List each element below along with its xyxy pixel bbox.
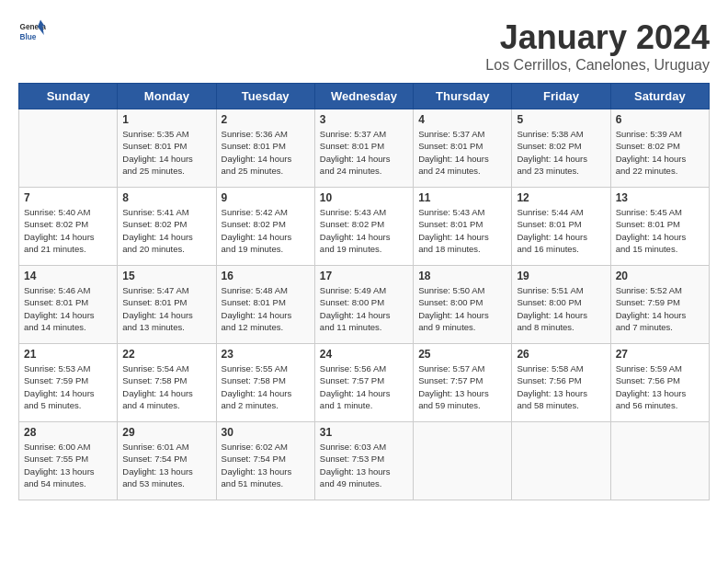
calendar-cell: [610, 422, 709, 500]
cell-content: Sunrise: 5:49 AM Sunset: 8:00 PM Dayligh…: [320, 284, 408, 333]
calendar-cell: 20Sunrise: 5:52 AM Sunset: 7:59 PM Dayli…: [610, 266, 709, 344]
day-number: 13: [616, 191, 704, 204]
title-area: January 2024 Los Cerrillos, Canelones, U…: [485, 18, 710, 74]
cell-content: Sunrise: 5:55 AM Sunset: 7:58 PM Dayligh…: [222, 362, 310, 411]
calendar-week-2: 7Sunrise: 5:40 AM Sunset: 8:02 PM Daylig…: [19, 188, 710, 266]
day-number: 2: [222, 113, 310, 126]
calendar-cell: 19Sunrise: 5:51 AM Sunset: 8:00 PM Dayli…: [512, 266, 610, 344]
svg-text:Blue: Blue: [20, 33, 37, 41]
calendar-cell: 18Sunrise: 5:50 AM Sunset: 8:00 PM Dayli…: [414, 266, 512, 344]
calendar-cell: 25Sunrise: 5:57 AM Sunset: 7:57 PM Dayli…: [414, 344, 512, 422]
calendar-cell: 16Sunrise: 5:48 AM Sunset: 8:01 PM Dayli…: [216, 266, 314, 344]
day-number: 31: [320, 426, 408, 439]
header-thursday: Thursday: [414, 84, 512, 109]
cell-content: Sunrise: 5:51 AM Sunset: 8:00 PM Dayligh…: [517, 284, 605, 333]
calendar-cell: 23Sunrise: 5:55 AM Sunset: 7:58 PM Dayli…: [216, 344, 314, 422]
cell-content: Sunrise: 5:44 AM Sunset: 8:01 PM Dayligh…: [517, 206, 605, 255]
day-number: 22: [122, 348, 210, 361]
calendar-cell: 15Sunrise: 5:47 AM Sunset: 8:01 PM Dayli…: [118, 266, 216, 344]
calendar-week-5: 28Sunrise: 6:00 AM Sunset: 7:55 PM Dayli…: [19, 422, 710, 500]
calendar-cell: [19, 109, 118, 188]
header-sunday: Sunday: [19, 84, 118, 109]
calendar-cell: 11Sunrise: 5:43 AM Sunset: 8:01 PM Dayli…: [414, 188, 512, 266]
header-wednesday: Wednesday: [314, 84, 413, 109]
calendar-cell: 27Sunrise: 5:59 AM Sunset: 7:56 PM Dayli…: [610, 344, 709, 422]
cell-content: Sunrise: 5:37 AM Sunset: 8:01 PM Dayligh…: [320, 128, 408, 177]
day-number: 30: [222, 426, 310, 439]
day-number: 10: [320, 191, 408, 204]
cell-content: Sunrise: 5:45 AM Sunset: 8:01 PM Dayligh…: [616, 206, 704, 255]
calendar-cell: 6Sunrise: 5:39 AM Sunset: 8:02 PM Daylig…: [610, 109, 709, 188]
calendar-cell: [414, 422, 512, 500]
calendar-cell: 26Sunrise: 5:58 AM Sunset: 7:56 PM Dayli…: [512, 344, 610, 422]
calendar-cell: [512, 422, 610, 500]
day-number: 6: [616, 113, 704, 126]
cell-content: Sunrise: 5:53 AM Sunset: 7:59 PM Dayligh…: [24, 362, 112, 411]
calendar-title: January 2024: [485, 18, 710, 57]
logo: GeneralBlue: [18, 18, 46, 46]
cell-content: Sunrise: 5:43 AM Sunset: 8:02 PM Dayligh…: [320, 206, 408, 255]
day-number: 26: [517, 348, 605, 361]
cell-content: Sunrise: 5:56 AM Sunset: 7:57 PM Dayligh…: [320, 362, 408, 411]
calendar-cell: 5Sunrise: 5:38 AM Sunset: 8:02 PM Daylig…: [512, 109, 610, 188]
day-number: 19: [517, 270, 605, 282]
calendar-cell: 7Sunrise: 5:40 AM Sunset: 8:02 PM Daylig…: [19, 188, 118, 266]
cell-content: Sunrise: 5:50 AM Sunset: 8:00 PM Dayligh…: [418, 284, 506, 333]
calendar-cell: 2Sunrise: 5:36 AM Sunset: 8:01 PM Daylig…: [216, 109, 314, 188]
cell-content: Sunrise: 6:01 AM Sunset: 7:54 PM Dayligh…: [122, 441, 210, 489]
cell-content: Sunrise: 5:47 AM Sunset: 8:01 PM Dayligh…: [122, 284, 210, 333]
cell-content: Sunrise: 5:38 AM Sunset: 8:02 PM Dayligh…: [517, 128, 605, 177]
day-number: 1: [122, 113, 210, 126]
calendar-cell: 21Sunrise: 5:53 AM Sunset: 7:59 PM Dayli…: [19, 344, 118, 422]
day-number: 9: [222, 191, 310, 204]
calendar-cell: 24Sunrise: 5:56 AM Sunset: 7:57 PM Dayli…: [314, 344, 413, 422]
cell-content: Sunrise: 6:03 AM Sunset: 7:53 PM Dayligh…: [320, 441, 408, 489]
calendar-cell: 14Sunrise: 5:46 AM Sunset: 8:01 PM Dayli…: [19, 266, 118, 344]
cell-content: Sunrise: 5:41 AM Sunset: 8:02 PM Dayligh…: [122, 206, 210, 255]
weekday-header-row: Sunday Monday Tuesday Wednesday Thursday…: [19, 84, 710, 109]
cell-content: Sunrise: 6:00 AM Sunset: 7:55 PM Dayligh…: [24, 441, 112, 489]
day-number: 12: [517, 191, 605, 204]
cell-content: Sunrise: 5:48 AM Sunset: 8:01 PM Dayligh…: [222, 284, 310, 333]
cell-content: Sunrise: 5:36 AM Sunset: 8:01 PM Dayligh…: [222, 128, 310, 177]
calendar-cell: 3Sunrise: 5:37 AM Sunset: 8:01 PM Daylig…: [314, 109, 413, 188]
day-number: 25: [418, 348, 506, 361]
cell-content: Sunrise: 5:39 AM Sunset: 8:02 PM Dayligh…: [616, 128, 704, 177]
day-number: 24: [320, 348, 408, 361]
day-number: 17: [320, 270, 408, 282]
calendar-week-1: 1Sunrise: 5:35 AM Sunset: 8:01 PM Daylig…: [19, 109, 710, 188]
calendar-subtitle: Los Cerrillos, Canelones, Uruguay: [485, 57, 710, 74]
calendar-table: Sunday Monday Tuesday Wednesday Thursday…: [18, 83, 710, 500]
day-number: 11: [418, 191, 506, 204]
calendar-cell: 4Sunrise: 5:37 AM Sunset: 8:01 PM Daylig…: [414, 109, 512, 188]
cell-content: Sunrise: 5:46 AM Sunset: 8:01 PM Dayligh…: [24, 284, 112, 333]
calendar-cell: 12Sunrise: 5:44 AM Sunset: 8:01 PM Dayli…: [512, 188, 610, 266]
day-number: 15: [122, 270, 210, 282]
calendar-week-4: 21Sunrise: 5:53 AM Sunset: 7:59 PM Dayli…: [19, 344, 710, 422]
cell-content: Sunrise: 5:57 AM Sunset: 7:57 PM Dayligh…: [418, 362, 506, 411]
cell-content: Sunrise: 5:59 AM Sunset: 7:56 PM Dayligh…: [616, 362, 704, 411]
header-friday: Friday: [512, 84, 610, 109]
header-monday: Monday: [118, 84, 216, 109]
header-tuesday: Tuesday: [216, 84, 314, 109]
cell-content: Sunrise: 5:58 AM Sunset: 7:56 PM Dayligh…: [517, 362, 605, 411]
calendar-cell: 31Sunrise: 6:03 AM Sunset: 7:53 PM Dayli…: [314, 422, 413, 500]
calendar-cell: 13Sunrise: 5:45 AM Sunset: 8:01 PM Dayli…: [610, 188, 709, 266]
calendar-cell: 28Sunrise: 6:00 AM Sunset: 7:55 PM Dayli…: [19, 422, 118, 500]
day-number: 23: [222, 348, 310, 361]
calendar-cell: 17Sunrise: 5:49 AM Sunset: 8:00 PM Dayli…: [314, 266, 413, 344]
calendar-week-3: 14Sunrise: 5:46 AM Sunset: 8:01 PM Dayli…: [19, 266, 710, 344]
header-saturday: Saturday: [610, 84, 709, 109]
day-number: 8: [122, 191, 210, 204]
cell-content: Sunrise: 5:40 AM Sunset: 8:02 PM Dayligh…: [24, 206, 112, 255]
day-number: 27: [616, 348, 704, 361]
calendar-cell: 9Sunrise: 5:42 AM Sunset: 8:02 PM Daylig…: [216, 188, 314, 266]
day-number: 5: [517, 113, 605, 126]
day-number: 3: [320, 113, 408, 126]
logo-icon: GeneralBlue: [18, 18, 46, 46]
header: GeneralBlue January 2024 Los Cerrillos, …: [18, 18, 710, 74]
day-number: 7: [24, 191, 112, 204]
day-number: 4: [418, 113, 506, 126]
calendar-cell: 10Sunrise: 5:43 AM Sunset: 8:02 PM Dayli…: [314, 188, 413, 266]
day-number: 18: [418, 270, 506, 282]
